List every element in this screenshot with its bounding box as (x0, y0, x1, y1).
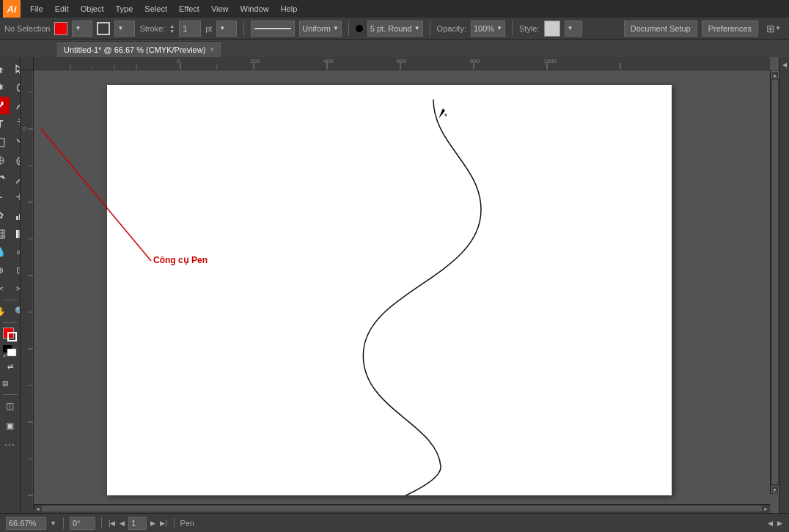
select-tool[interactable] (0, 60, 10, 78)
stroke-unit: pt (205, 24, 212, 33)
zoom-tool[interactable]: 🔍 (10, 303, 21, 320)
svg-text:600: 600 (397, 58, 407, 64)
document-setup-button[interactable]: Document Setup (624, 21, 697, 37)
graph-tool[interactable] (10, 207, 21, 224)
screen-mode-button[interactable]: ▣ (1, 417, 20, 435)
zoom-input[interactable] (6, 517, 46, 530)
tab-close-button[interactable]: × (210, 45, 214, 53)
brush-arrow: ▼ (414, 25, 420, 32)
menu-view[interactable]: View (206, 3, 234, 15)
symbol-sprayer-tool[interactable]: ✿ (0, 207, 10, 224)
main-area: ✱ T T̃ (0, 57, 789, 513)
eraser-tool[interactable]: ✂ (0, 280, 10, 298)
more-tools-button[interactable]: ··· (1, 435, 20, 453)
free-transform-tool[interactable]: ✛ (10, 188, 21, 206)
scissors-tool[interactable]: ✂ (10, 280, 21, 298)
blob-brush-tool[interactable] (10, 152, 21, 169)
stroke-dropdown[interactable]: ▼ (114, 21, 135, 37)
first-page-button[interactable]: |◀ (108, 520, 116, 527)
hand-tool[interactable]: ✋ (0, 303, 10, 320)
menu-effect[interactable]: Effect (174, 3, 205, 15)
menu-edit[interactable]: Edit (50, 3, 74, 15)
fill-dropdown[interactable]: ▼ (72, 21, 92, 37)
stroke-value-input[interactable] (179, 21, 201, 37)
svg-marker-0 (0, 65, 4, 73)
brush-dropdown[interactable]: 5 pt. Round ▼ (367, 21, 423, 37)
stroke-unit-dropdown[interactable]: ▼ (216, 21, 237, 37)
stroke-line-arrow: ▼ (333, 25, 339, 32)
direct-select-tool[interactable] (10, 60, 21, 78)
scrollbar-bottom[interactable]: ◄ ► (34, 504, 770, 513)
paint-slice-tools: ⊕ ⊡ (0, 262, 21, 279)
menu-object[interactable]: Object (76, 3, 109, 15)
rotate-tool[interactable] (0, 170, 10, 188)
style-swatch[interactable] (544, 21, 560, 37)
menubar: Ai File Edit Object Type Select Effect V… (0, 0, 789, 18)
angle-input[interactable] (70, 517, 95, 530)
live-paint-tool[interactable]: ⊕ (0, 262, 10, 279)
opacity-arrow: ▼ (496, 25, 502, 32)
zoom-dropdown-arrow[interactable]: ▼ (49, 520, 57, 527)
gradient-tool[interactable] (10, 225, 21, 243)
scrollbar-right[interactable]: ▲ ▼ (770, 70, 779, 494)
tool-sep1 (3, 300, 18, 300)
menu-type[interactable]: Type (111, 3, 139, 15)
next-page-button[interactable]: ▶ (150, 520, 156, 527)
lasso-tool[interactable] (10, 78, 21, 96)
curvature-tool[interactable] (10, 97, 21, 114)
stroke-line-dropdown[interactable]: Uniform ▼ (299, 21, 341, 37)
arrange-button[interactable]: ⊞ ▼ (763, 23, 785, 34)
type-tool[interactable]: T (0, 115, 10, 133)
document-tab[interactable]: Untitled-1* @ 66.67 % (CMYK/Preview) × (56, 41, 222, 57)
prev-page-button[interactable]: ◀ (119, 520, 125, 527)
default-colors-button[interactable]: ↙ (1, 344, 20, 358)
warp-tool[interactable]: ~ (0, 188, 10, 206)
no-selection-label: No Selection (4, 24, 50, 33)
scroll-right-button[interactable]: ► (763, 506, 768, 511)
line-segment-tool[interactable] (0, 133, 10, 151)
pen-tool[interactable] (0, 97, 10, 114)
magic-tools: ✱ (0, 78, 21, 96)
color-swatch-block[interactable] (1, 325, 20, 343)
blend-tool[interactable]: ∞ (10, 243, 21, 261)
opacity-dropdown[interactable]: 100% ▼ (471, 21, 505, 37)
slice-tool[interactable]: ⊡ (10, 262, 21, 279)
ruler-left: 0 (21, 70, 34, 513)
none-button[interactable]: ⊘ (15, 374, 21, 392)
status-info-arrow[interactable]: ◀ (767, 520, 774, 527)
last-page-button[interactable]: ▶| (159, 520, 167, 527)
menu-select[interactable]: Select (139, 3, 172, 15)
preferences-button[interactable]: Preferences (702, 21, 758, 37)
eyedropper-tool[interactable]: 💧 (0, 243, 10, 261)
symbol-graph-tools: ✿ (0, 207, 21, 224)
gradient-button[interactable]: ▤ (0, 374, 15, 392)
status-info-right[interactable]: ▶ (777, 520, 783, 527)
scale-tool[interactable] (10, 170, 21, 188)
scroll-thumb-bottom[interactable] (42, 506, 762, 511)
mesh-tool[interactable] (0, 225, 10, 243)
swap-colors-button[interactable]: ⇄ (1, 359, 20, 374)
scroll-thumb-right[interactable] (772, 80, 778, 484)
arc-tool[interactable] (10, 133, 21, 151)
svg-text:800: 800 (470, 58, 480, 64)
menu-file[interactable]: File (25, 3, 48, 15)
magic-wand-tool[interactable]: ✱ (0, 78, 10, 96)
fill-swatch[interactable] (54, 22, 67, 35)
style-arrow: ▼ (568, 25, 573, 32)
paintbrush-tool[interactable] (0, 152, 10, 169)
stroke-stepper[interactable]: ▲ ▼ (169, 21, 175, 37)
menu-window[interactable]: Window (235, 3, 274, 15)
stroke-line-preview[interactable] (251, 21, 295, 37)
canvas-wrapper[interactable]: * Công cụ Pen (34, 70, 770, 513)
menu-help[interactable]: Help (276, 3, 303, 15)
page-input[interactable] (128, 517, 147, 530)
scroll-down-button[interactable]: ▼ (771, 486, 779, 493)
style-dropdown[interactable]: ▼ (565, 21, 582, 37)
scroll-left-button[interactable]: ◄ (35, 506, 40, 511)
draw-behind[interactable]: ◫ (1, 397, 20, 415)
scroll-up-button[interactable]: ▲ (771, 71, 779, 78)
touch-type-tool[interactable]: T̃ (10, 115, 21, 133)
stroke-color-swatch[interactable] (97, 22, 110, 35)
svg-rect-24 (7, 349, 16, 356)
panel-collapse-button[interactable]: ◀ (780, 60, 789, 69)
